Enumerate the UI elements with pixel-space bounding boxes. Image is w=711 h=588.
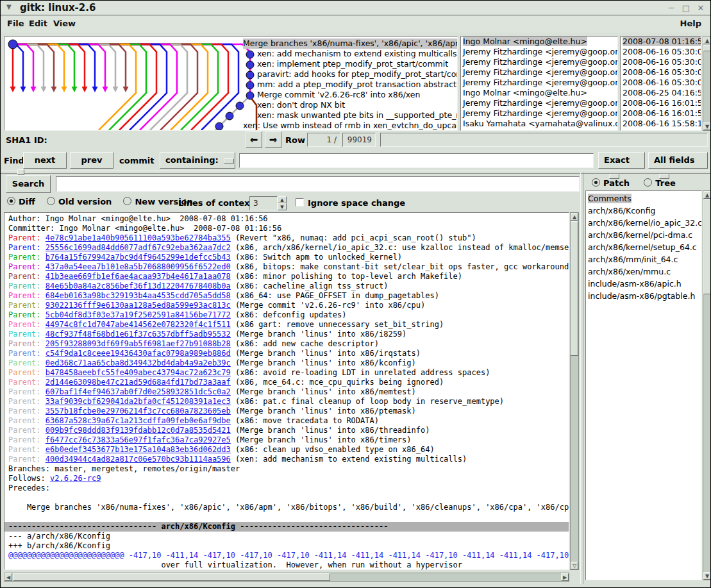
file-list-item[interactable]: arch/x86/xen/mmu.c xyxy=(588,267,671,276)
parent-sha-link[interactable]: 48cf937f48f68bd1e61f37c6357dbff5adb95532 xyxy=(46,330,231,339)
commit-node-icon[interactable] xyxy=(226,112,233,120)
commit-row-author[interactable]: Jeremy Fitzhardinge <jeremy@goop.org> xyxy=(463,57,617,67)
spin-up-icon[interactable]: ▲ xyxy=(278,196,287,203)
parent-sha-link[interactable]: b764a15f679942a7bc9d4f9645299e1defcc5b43 xyxy=(46,253,231,262)
commit-subject-pane[interactable]: Merge branches 'x86/numa-fixes', 'x86/ap… xyxy=(4,36,458,131)
commit-row-date[interactable]: 2008-06-16 16:01:53 xyxy=(623,108,701,118)
find-next-button[interactable]: next xyxy=(23,152,67,169)
commit-row-date[interactable]: 2008-06-16 05:30:00 xyxy=(623,78,701,87)
commit-row-author[interactable]: Ingo Molnar <mingo@elte.hu> xyxy=(463,37,587,46)
file-list-item[interactable]: Comments xyxy=(588,194,632,203)
ignore-space-checkbox[interactable]: Ignore space change xyxy=(296,198,405,208)
file-list-pane[interactable]: Commentsarch/x86/Kconfigarch/x86/kernel/… xyxy=(585,190,702,580)
scrollbar-thumb[interactable] xyxy=(571,221,578,356)
parent-sha-link[interactable]: 33af9039cbf629041da2bfa0cf451208391a1ec3 xyxy=(46,397,231,406)
context-lines-spinbox[interactable]: 3 xyxy=(249,196,278,210)
file-list-item[interactable]: include/asm-x86/pgtable.h xyxy=(588,291,695,301)
commit-node-icon[interactable] xyxy=(8,40,17,49)
commit-node-icon[interactable] xyxy=(215,122,223,130)
file-list-item[interactable]: arch/x86/mm/init_64.c xyxy=(588,255,678,264)
commit-row-date[interactable]: 2008-06-16 16:01:56 xyxy=(623,98,701,108)
follows-tag-link[interactable]: v2.6.26-rc9 xyxy=(50,474,101,483)
commit-list-scrollbar[interactable]: ▲ ▼ xyxy=(703,36,711,131)
commit-row-date[interactable]: 2008-06-16 05:30:02 xyxy=(623,57,701,67)
scroll-down-icon[interactable]: ▽ xyxy=(571,562,578,569)
scroll-left-icon[interactable]: ◀ xyxy=(4,573,12,581)
tree-radio[interactable]: Tree xyxy=(644,178,675,188)
scrollbar-thumb[interactable] xyxy=(703,45,711,51)
diff-vertical-scrollbar[interactable]: ▲ ▽ xyxy=(570,212,579,570)
file-separator[interactable]: -------------------------------- arch/x8… xyxy=(4,522,569,532)
find-query-input[interactable] xyxy=(239,153,594,168)
find-label[interactable]: Find xyxy=(4,156,24,165)
commit-row-subject[interactable]: xen: add mechanism to extend existing mu… xyxy=(257,49,457,59)
scroll-right-icon[interactable]: ▶ xyxy=(561,573,569,581)
search-button[interactable]: Search xyxy=(6,175,51,193)
scrollbar-thumb[interactable] xyxy=(703,199,711,294)
diff-radio[interactable]: Diff xyxy=(7,197,35,206)
search-input[interactable] xyxy=(56,176,580,192)
commit-row-author[interactable]: Jeremy Fitzhardinge <jeremy@goop.org> xyxy=(463,78,617,87)
match-type-dropdown[interactable]: Exact xyxy=(598,152,645,169)
scroll-down-icon[interactable]: ▼ xyxy=(703,572,711,580)
vertical-sash[interactable] xyxy=(580,172,583,584)
commit-node-icon[interactable] xyxy=(246,61,254,69)
commit-row-author[interactable]: Jeremy Fitzhardinge <jeremy@goop.org> xyxy=(463,98,617,108)
containing-dropdown[interactable]: containing: xyxy=(160,152,235,169)
commit-row-date[interactable]: 2008-06-16 15:58:13 xyxy=(623,119,701,128)
commit-node-icon[interactable] xyxy=(246,92,254,99)
parent-sha-link[interactable]: 4e78c91abe1a40b905611100a593be62784ba355 xyxy=(46,233,231,242)
close-icon[interactable]: ✕ xyxy=(695,3,707,13)
parent-sha-link[interactable]: e6b0edef3453677b13e175a104a83eb36d062dd3 xyxy=(46,445,231,454)
menu-edit[interactable]: Edit xyxy=(29,19,47,28)
menu-view[interactable]: View xyxy=(53,19,76,28)
spin-down-icon[interactable]: ▼ xyxy=(278,203,287,210)
commit-row-subject[interactable]: xen: implement ptep_modify_prot_start/co… xyxy=(257,59,457,69)
diff-view[interactable]: Author: Ingo Molnar <mingo@elte.hu> 2008… xyxy=(4,212,569,570)
commit-row-subject[interactable]: Merge commit 'v2.6.26-rc8' into x86/xen xyxy=(257,90,457,100)
parent-sha-link[interactable]: 44974c8fc1d7047abe414562e0782320f4c1f511 xyxy=(46,320,231,329)
parent-sha-link[interactable]: 607baf1f4ef94637ab0f7d0e258932851dc5c0a2 xyxy=(46,387,231,396)
title-bar[interactable]: ▼ gitk: linux-2.6 ─ □ ✕ xyxy=(1,1,710,15)
parent-sha-link[interactable]: 205f93288093df69f9ab5f6981aef27b91088b28 xyxy=(46,339,231,348)
file-list-item[interactable]: arch/x86/kernel/setup_64.c xyxy=(588,242,697,252)
parent-sha-link[interactable]: 84e65b0a84a2c856bef36f13d122047678408b0a xyxy=(46,281,231,290)
find-prev-button[interactable]: prev xyxy=(70,152,113,169)
commit-author-pane[interactable]: Ingo Molnar <mingo@elte.hu>Jeremy Fitzha… xyxy=(460,36,618,131)
menu-help[interactable]: Help xyxy=(680,19,701,28)
commit-row-subject[interactable]: xen: don't drop NX bit xyxy=(257,100,457,110)
parent-sha-link[interactable]: 93022136fff9e6130aa128a5ed8a599e93ac813c xyxy=(46,301,231,310)
forward-button[interactable]: ⇒ xyxy=(265,131,281,148)
scroll-up-icon[interactable]: ▲ xyxy=(571,213,578,221)
file-list-item[interactable]: arch/x86/Kconfig xyxy=(588,206,656,215)
commit-row-date[interactable]: 2008-07-08 01:16:56 xyxy=(623,37,701,46)
commit-row-subject[interactable]: xen: mask unwanted pte bits in __support… xyxy=(257,110,457,121)
parent-sha-link[interactable]: f6477cc76c73833a56e97f1fafc36a7ca92927e5 xyxy=(46,435,231,444)
patch-radio[interactable]: Patch xyxy=(592,178,630,188)
commit-row-author[interactable]: Jeremy Fitzhardinge <jeremy@goop.org> xyxy=(463,108,617,118)
scrollbar-thumb[interactable] xyxy=(13,573,330,581)
commit-node-icon[interactable] xyxy=(236,102,244,110)
commit-row-author[interactable]: Isaku Yamahata <yamahata@valinux.co.jp> xyxy=(463,119,617,128)
scroll-up-icon[interactable]: ▲ xyxy=(703,37,711,44)
maximize-icon[interactable]: □ xyxy=(680,3,692,13)
old-version-radio[interactable]: Old version xyxy=(47,197,112,206)
commit-row-author[interactable]: Ingo Molnar <mingo@elte.hu> xyxy=(463,88,587,97)
commit-row-date[interactable]: 2008-06-16 05:30:01 xyxy=(623,67,701,77)
parent-sha-link[interactable]: 684eb0163a98bc329193b4aa4535cdd705a5dd58 xyxy=(46,291,231,300)
fields-dropdown[interactable]: All fields xyxy=(648,152,708,169)
scroll-up-icon[interactable]: ▲ xyxy=(703,191,711,199)
parent-sha-link[interactable]: 437a0a54eea7b101e8a5b70688009956f6522ed0 xyxy=(46,262,231,271)
window-menu-icon[interactable]: ▼ xyxy=(6,3,12,10)
commit-node-icon[interactable] xyxy=(246,51,254,58)
commit-node-icon[interactable] xyxy=(246,71,254,79)
parent-sha-link[interactable]: 3557b18fcbe0e29706214f3c7cc680a7823605eb xyxy=(46,407,231,416)
diff-horizontal-scrollbar[interactable]: ◀ ▶ xyxy=(4,573,569,582)
commit-date-pane[interactable]: 2008-07-08 01:16:562008-06-16 05:30:0320… xyxy=(620,36,701,131)
parent-sha-link[interactable]: 2d144e63098be47c21ad59d68a4fd17bd73a3aaf xyxy=(46,378,231,387)
parent-sha-link[interactable]: 25556c1699ad84dd6077adf67c92eba362aa7dc2 xyxy=(46,243,231,252)
file-list-item[interactable]: include/asm-x86/apic.h xyxy=(588,279,682,289)
parent-sha-link[interactable]: c54f9da1c8ceee19436430afac0798a989eb886d xyxy=(46,349,231,358)
commit-row-date[interactable]: 2008-06-16 05:30:03 xyxy=(623,47,701,56)
parent-sha-link[interactable]: 400d34944c4ad82a817c06e570bc93b1114aa596 xyxy=(46,455,231,464)
